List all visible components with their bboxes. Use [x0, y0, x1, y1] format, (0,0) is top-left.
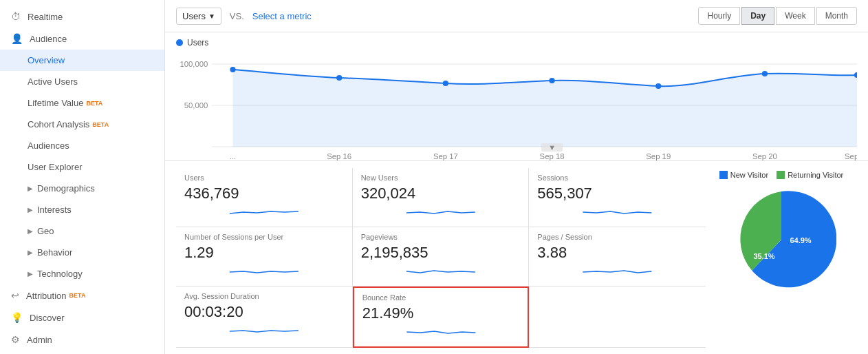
sidebar-item-label: Interests	[37, 205, 72, 215]
stat-label: Pages / Session	[537, 233, 697, 241]
sidebar-item-interests[interactable]: ▶ Interests	[0, 199, 164, 220]
hourly-button[interactable]: Hourly	[698, 7, 740, 25]
sidebar-item-label: Technology	[37, 269, 83, 279]
audience-icon: 👤	[11, 33, 23, 44]
main-content: Users ▼ VS. Select a metric Hourly Day W…	[165, 0, 868, 354]
sparkline	[361, 205, 521, 219]
attribution-icon: ↩	[11, 290, 19, 301]
beta-badge: BETA	[69, 292, 86, 299]
sidebar-item-label: Admin	[27, 335, 52, 345]
svg-point-5	[230, 67, 235, 72]
sidebar-item-technology[interactable]: ▶ Technology	[0, 263, 164, 284]
svg-text:Sep 16: Sep 16	[327, 152, 351, 160]
sidebar-item-demographics[interactable]: ▶ Demographics	[0, 178, 164, 199]
stat-value: 21.49%	[362, 304, 520, 322]
stat-value: 1.29	[184, 244, 344, 262]
sidebar-item-lifetime-value[interactable]: Lifetime Value BETA	[0, 92, 164, 114]
time-period-buttons: Hourly Day Week Month	[698, 7, 857, 25]
dropdown-arrow-icon: ▼	[208, 12, 215, 20]
sidebar-item-overview[interactable]: Overview	[0, 50, 164, 71]
stats-grid: Users 436,769 New Users 320,024 Sessions…	[176, 168, 706, 347]
sidebar-item-label: Audience	[30, 34, 67, 44]
stat-label: Avg. Session Duration	[184, 292, 344, 300]
stat-label: Sessions	[537, 174, 697, 182]
sidebar-item-label: User Explorer	[28, 162, 82, 172]
chart-svg: 100,000 50,000 ... Sep	[176, 50, 857, 160]
svg-text:100,000: 100,000	[180, 60, 208, 68]
svg-text:Sep 17: Sep 17	[433, 152, 458, 160]
realtime-icon: ⏱	[11, 11, 21, 22]
sidebar-item-label: Demographics	[37, 183, 95, 194]
sidebar-item-label: Behavior	[37, 247, 72, 258]
sidebar: ⏱ Realtime 👤 Audience Overview Active Us…	[0, 0, 165, 354]
svg-text:50,000: 50,000	[184, 101, 208, 110]
stat-value: 00:03:20	[184, 303, 344, 321]
returning-visitor-label: Returning Visitor	[788, 171, 843, 179]
sidebar-item-cohort-analysis[interactable]: Cohort Analysis BETA	[0, 114, 164, 135]
sidebar-item-label: Discover	[30, 313, 65, 323]
expand-icon: ▶	[28, 185, 33, 192]
sidebar-item-user-explorer[interactable]: User Explorer	[0, 156, 164, 178]
sidebar-item-label: Lifetime Value	[28, 98, 83, 108]
expand-icon: ▶	[28, 249, 33, 256]
day-button[interactable]: Day	[741, 7, 774, 25]
pie-legend: New Visitor Returning Visitor	[719, 171, 844, 179]
beta-badge: BETA	[86, 100, 102, 107]
sidebar-item-label: Overview	[28, 55, 65, 65]
stat-value: 320,024	[361, 185, 521, 202]
stat-pageviews: Pageviews 2,195,835	[353, 227, 530, 287]
topbar: Users ▼ VS. Select a metric Hourly Day W…	[165, 0, 868, 32]
stat-value: 3.88	[537, 244, 697, 262]
returning-pct-label: 35.1%	[753, 252, 774, 260]
stat-sessions: Sessions 565,307	[529, 168, 706, 227]
sidebar-item-label: Active Users	[28, 76, 78, 87]
chart-section: Users 100,000 50,000	[165, 32, 868, 161]
pie-svg: 64.9% 35.1%	[726, 185, 836, 295]
stat-users: Users 436,769	[176, 168, 353, 227]
month-button[interactable]: Month	[816, 7, 857, 25]
sidebar-item-behavior[interactable]: ▶ Behavior	[0, 242, 164, 263]
sidebar-item-geo[interactable]: ▶ Geo	[0, 220, 164, 242]
svg-point-8	[549, 78, 554, 83]
sidebar-item-label: Audiences	[28, 140, 69, 151]
stat-label: Number of Sessions per User	[184, 233, 344, 241]
svg-point-10	[762, 71, 768, 76]
pie-section: New Visitor Returning Visitor	[706, 168, 857, 347]
sidebar-item-realtime[interactable]: ⏱ Realtime	[0, 6, 164, 28]
sparkline	[537, 264, 697, 278]
pie-legend-returning-visitor: Returning Visitor	[777, 171, 843, 179]
week-button[interactable]: Week	[776, 7, 814, 25]
pie-chart: 64.9% 35.1%	[726, 185, 836, 295]
legend-dot	[176, 39, 183, 46]
svg-text:Sep 19: Sep 19	[646, 152, 671, 160]
select-metric-link[interactable]: Select a metric	[252, 11, 312, 21]
stats-section: Users 436,769 New Users 320,024 Sessions…	[165, 161, 868, 354]
stat-label: Bounce Rate	[362, 293, 520, 302]
expand-icon: ▶	[28, 206, 33, 214]
svg-text:▼: ▼	[548, 143, 556, 152]
sidebar-item-discover[interactable]: 💡 Discover	[0, 306, 164, 329]
sidebar-item-audiences[interactable]: Audiences	[0, 135, 164, 156]
line-chart: 100,000 50,000 ... Sep	[176, 50, 857, 160]
sidebar-item-label: Attribution	[26, 291, 67, 301]
beta-badge: BETA	[92, 121, 109, 128]
sidebar-item-audience[interactable]: 👤 Audience	[0, 28, 164, 50]
sidebar-item-admin[interactable]: ⚙ Admin	[0, 329, 164, 351]
metric-select[interactable]: Users ▼	[176, 8, 221, 25]
sparkline	[537, 205, 697, 219]
vs-label: VS.	[230, 11, 244, 21]
svg-text:...: ...	[230, 152, 236, 160]
stat-value: 436,769	[184, 185, 344, 202]
svg-text:Sep 20: Sep 20	[752, 152, 777, 160]
svg-point-6	[336, 75, 342, 81]
sidebar-item-attribution[interactable]: ↩ Attribution BETA	[0, 284, 164, 306]
discover-icon: 💡	[11, 312, 23, 323]
stat-avg-session-duration: Avg. Session Duration 00:03:20	[176, 287, 353, 348]
content-area: Users 100,000 50,000	[165, 32, 868, 354]
sidebar-item-label: Geo	[37, 226, 54, 236]
sidebar-item-active-users[interactable]: Active Users	[0, 71, 164, 92]
svg-text:Sep 21: Sep 21	[845, 152, 857, 160]
svg-text:Sep 18: Sep 18	[540, 152, 565, 160]
returning-visitor-color	[777, 171, 785, 179]
pie-legend-new-visitor: New Visitor	[719, 171, 768, 179]
